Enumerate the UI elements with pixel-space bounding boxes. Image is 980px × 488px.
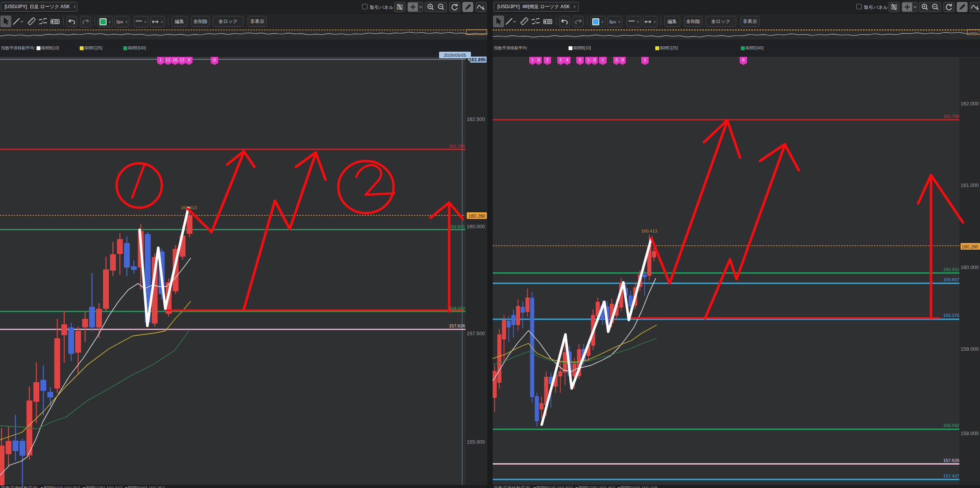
svg-text:8: 8 [213,58,215,62]
svg-text:9: 9 [188,58,190,62]
svg-text:158.042: 158.042 [943,423,959,428]
svg-text:161.000: 161.000 [961,182,979,188]
svg-text:159.931: 159.931 [449,224,465,229]
svg-text:160.000: 160.000 [961,264,979,270]
svg-text:指数平滑移動平均: ■期間B[10] 159.837 ■: 指数平滑移動平均: ■期間B[10] 159.837 ■期間C[25] 159.… [494,486,657,488]
svg-text:162.500: 162.500 [467,116,485,122]
svg-text:12: 12 [166,58,170,62]
svg-text:8: 8 [742,58,744,62]
svg-text:1: 1 [602,58,604,62]
svg-text:159.807: 159.807 [943,277,959,282]
svg-text:8: 8 [537,58,540,62]
svg-text:158.042: 158.042 [449,306,465,311]
svg-text:4: 4 [566,58,568,62]
svg-text:155.000: 155.000 [467,439,485,445]
svg-text:162.000: 162.000 [961,101,979,107]
svg-text:2: 2 [546,58,548,62]
svg-text:1: 1 [159,58,162,62]
svg-text:161.786: 161.786 [943,114,959,119]
svg-text:159.376: 159.376 [943,313,959,318]
svg-text:3: 3 [615,58,618,62]
svg-text:12: 12 [180,58,184,62]
svg-text:157.626: 157.626 [943,458,959,463]
svg-text:157.437: 157.437 [943,474,959,478]
svg-text:159.000: 159.000 [961,346,979,352]
svg-text:16: 16 [173,58,177,62]
svg-text:指数平滑移動平均: ■期間B[10] 160.097 ■: 指数平滑移動平均: ■期間B[10] 160.097 ■期間C[25] 159.… [1,486,164,488]
svg-text:8: 8 [621,58,624,62]
svg-text:160.000: 160.000 [467,224,485,229]
svg-text:160.260: 160.260 [962,244,979,250]
svg-text:8: 8 [593,58,596,62]
svg-text:157.500: 157.500 [467,331,485,336]
svg-text:160.260: 160.260 [469,213,486,219]
svg-text:1: 1 [587,58,590,62]
svg-text:2: 2 [579,58,581,62]
svg-text:161.786: 161.786 [449,144,465,149]
svg-text:160.413: 160.413 [641,229,657,233]
svg-text:2: 2 [559,58,562,62]
svg-text:158.000: 158.000 [961,430,979,436]
svg-text:159.931: 159.931 [943,267,959,272]
svg-text:1: 1 [644,58,646,62]
svg-text:1: 1 [531,58,534,62]
svg-text:157.626: 157.626 [449,324,465,328]
